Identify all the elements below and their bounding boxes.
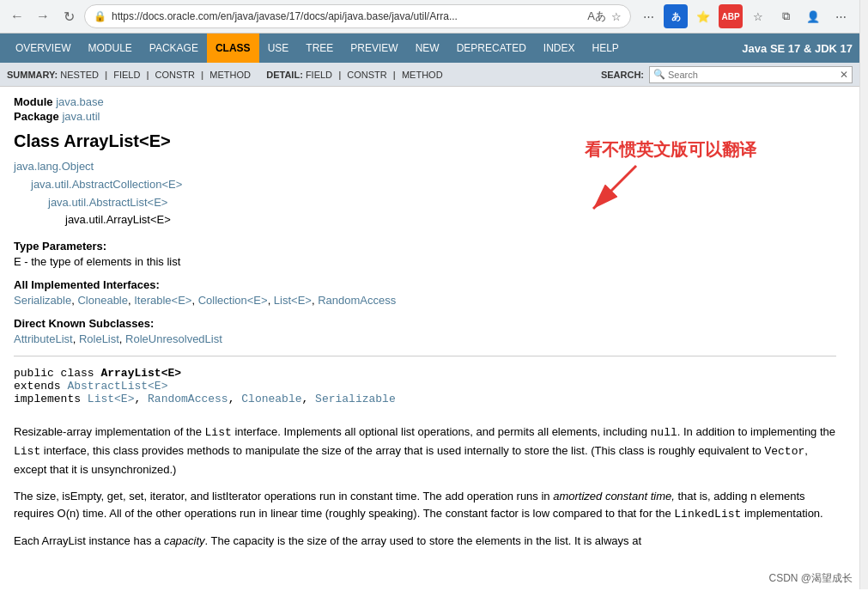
description-paragraph-2: The size, isEmpty, get, set, iterator, a…	[14, 488, 836, 525]
code-line-2: extends AbstractList<E>	[14, 380, 836, 393]
interface-iterable[interactable]: Iterable<E>	[134, 294, 191, 307]
csdn-watermark: CSDN @渴望成长	[0, 568, 859, 589]
module-label: Module	[14, 95, 53, 108]
interface-collection[interactable]: Collection<E>	[198, 294, 268, 307]
interface-list[interactable]: List<E>	[274, 294, 312, 307]
extends-link[interactable]: AbstractList<E>	[67, 380, 167, 393]
browser-chrome: ← → ↻ 🔒 https://docs.oracle.com/en/java/…	[0, 0, 859, 34]
inheritance-tree: java.lang.Object java.util.AbstractColle…	[14, 158, 836, 229]
more-button[interactable]: ⋯	[829, 4, 853, 28]
page-wrapper: ← → ↻ 🔒 https://docs.oracle.com/en/java/…	[0, 0, 868, 589]
interfaces-label: All Implemented Interfaces:	[14, 278, 836, 291]
lock-icon: 🔒	[94, 10, 106, 22]
browser-toolbar: ← → ↻ 🔒 https://docs.oracle.com/en/java/…	[0, 0, 859, 33]
code-line-1: public class ArrayList<E>	[14, 367, 836, 380]
interface-randomaccess[interactable]: RandomAccess	[318, 294, 396, 307]
collections-button[interactable]: ⧉	[774, 4, 798, 28]
refresh-button[interactable]: ↻	[58, 6, 79, 27]
profile-button[interactable]: 👤	[801, 4, 825, 28]
summary-label: SUMMARY:	[7, 70, 58, 80]
summary-method[interactable]: METHOD	[209, 70, 251, 80]
scrollbar[interactable]	[859, 0, 868, 589]
nav-tree[interactable]: TREE	[297, 34, 342, 63]
java-nav: OVERVIEW MODULE PACKAGE CLASS USE TREE P…	[0, 34, 859, 63]
abp-button[interactable]: ABP	[719, 4, 743, 28]
nav-overview[interactable]: OVERVIEW	[7, 34, 79, 63]
interfaces-section: All Implemented Interfaces: Serializable…	[14, 278, 836, 307]
package-link[interactable]: java.util	[62, 110, 100, 123]
detail-field[interactable]: FIELD	[306, 70, 332, 80]
nav-preview[interactable]: PREVIEW	[342, 34, 406, 63]
subclasses-section: Direct Known Subclasses: AttributeList, …	[14, 317, 836, 345]
interface-cloneable[interactable]: Cloneable	[77, 294, 128, 307]
url-text: https://docs.oracle.com/en/java/javase/1…	[112, 10, 582, 22]
nav-help[interactable]: HELP	[583, 34, 627, 63]
search-icon: 🔍	[653, 69, 665, 80]
impl-serializable[interactable]: Serializable	[315, 393, 396, 405]
type-params-value: E - the type of elements in this list	[14, 255, 836, 268]
search-label: SEARCH:	[601, 70, 644, 80]
address-bar[interactable]: 🔒 https://docs.oracle.com/en/java/javase…	[84, 4, 631, 28]
summary-nested[interactable]: NESTED	[60, 70, 99, 80]
code-line-3: implements List<E>, RandomAccess, Clonea…	[14, 393, 836, 405]
nav-package[interactable]: PACKAGE	[141, 34, 207, 63]
impl-cloneable[interactable]: Cloneable	[241, 393, 301, 405]
nav-index[interactable]: INDEX	[535, 34, 584, 63]
description-paragraph-3: Each ArrayList instance has a capacity. …	[14, 533, 836, 551]
summary-nav: SUMMARY: NESTED | FIELD | CONSTR | METHO…	[0, 63, 859, 87]
nav-new[interactable]: NEW	[407, 34, 448, 63]
subclass-roleunresolvedlist[interactable]: RoleUnresolvedList	[125, 332, 222, 345]
summary-nav-left: SUMMARY: NESTED | FIELD | CONSTR | METHO…	[7, 70, 443, 80]
divider	[14, 356, 836, 356]
detail-label: DETAIL:	[266, 70, 303, 80]
browser-actions: ⋯ あ ⭐ ABP ☆ ⧉ 👤 ⋯	[636, 4, 853, 28]
inheritance-link-2[interactable]: java.util.AbstractList<E>	[48, 196, 167, 209]
module-link[interactable]: java.base	[56, 95, 104, 108]
package-line: Package java.util	[14, 110, 836, 123]
detail-constr[interactable]: CONSTR	[347, 70, 386, 80]
translate-button[interactable]: あ	[664, 4, 688, 28]
inheritance-level-3: java.util.ArrayList<E>	[65, 211, 836, 229]
search-area: SEARCH: 🔍 ✕	[601, 66, 853, 83]
nav-class[interactable]: CLASS	[207, 34, 259, 63]
inheritance-level-0: java.lang.Object	[14, 158, 836, 176]
content-area: ← → ↻ 🔒 https://docs.oracle.com/en/java/…	[0, 0, 859, 589]
class-declaration: public class ArrayList<E> extends Abstra…	[14, 367, 836, 405]
nav-use[interactable]: USE	[259, 34, 298, 63]
bookmark-icon: ☆	[611, 10, 622, 23]
page-relative: 看不惯英文版可以翻译 Module java.base	[0, 87, 859, 589]
interface-serializable[interactable]: Serializable	[14, 294, 71, 307]
search-box: 🔍 ✕	[649, 66, 853, 83]
star-button[interactable]: ☆	[746, 4, 770, 28]
nav-module[interactable]: MODULE	[79, 34, 140, 63]
read-aloud-icon: Aあ	[587, 9, 606, 24]
type-params-section: Type Parameters: E - the type of element…	[14, 240, 836, 268]
nav-deprecated[interactable]: DEPRECATED	[448, 34, 535, 63]
search-input[interactable]	[668, 70, 840, 80]
forward-button[interactable]: →	[33, 6, 53, 27]
inheritance-level-2: java.util.AbstractList<E>	[48, 194, 836, 212]
inheritance-link-0[interactable]: java.lang.Object	[14, 160, 94, 173]
inheritance-current: java.util.ArrayList<E>	[65, 213, 171, 226]
impl-randomaccess[interactable]: RandomAccess	[148, 393, 228, 405]
package-label: Package	[14, 110, 59, 123]
impl-list[interactable]: List<E>	[88, 393, 135, 405]
inheritance-level-1: java.util.AbstractCollection<E>	[31, 176, 836, 194]
extensions-button[interactable]: ⋯	[636, 4, 660, 28]
subclasses-label: Direct Known Subclasses:	[14, 317, 836, 330]
main-content: Module java.base Package java.util Class…	[0, 87, 850, 568]
favorites-button[interactable]: ⭐	[691, 4, 715, 28]
subclasses-content: AttributeList, RoleList, RoleUnresolvedL…	[14, 332, 836, 345]
detail-method[interactable]: METHOD	[402, 70, 443, 80]
search-clear-button[interactable]: ✕	[840, 69, 848, 81]
summary-constr[interactable]: CONSTR	[155, 70, 195, 80]
subclass-attributelist[interactable]: AttributeList	[14, 332, 73, 345]
summary-field[interactable]: FIELD	[113, 70, 140, 80]
class-name: ArrayList<E>	[100, 367, 181, 380]
java-version: Java SE 17 & JDK 17	[742, 42, 853, 55]
type-params-label: Type Parameters:	[14, 240, 836, 253]
subclass-rolelist[interactable]: RoleList	[79, 332, 119, 345]
inheritance-link-1[interactable]: java.util.AbstractCollection<E>	[31, 178, 182, 191]
class-title: Class ArrayList<E>	[14, 131, 836, 151]
back-button[interactable]: ←	[7, 6, 27, 27]
